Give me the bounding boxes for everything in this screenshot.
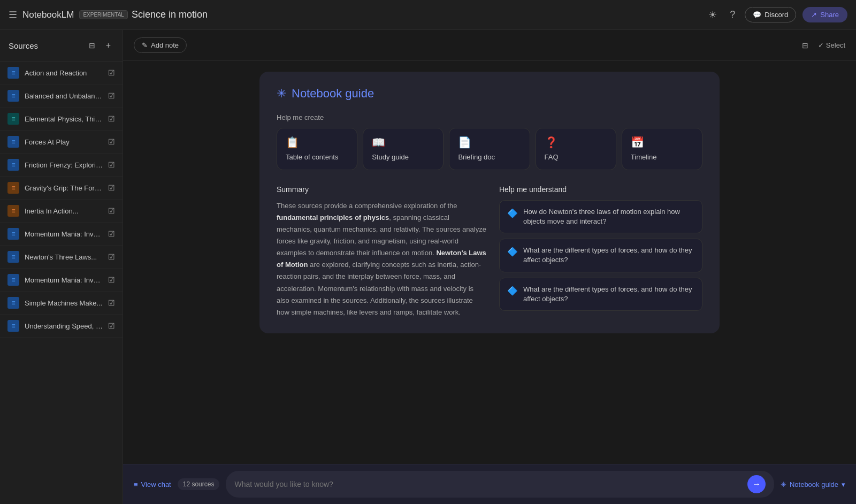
- chat-icon: ≡: [134, 480, 138, 488]
- notebook-guide-button[interactable]: ✳ Notebook guide ▾: [781, 480, 845, 488]
- logo-badge: EXPERIMENTAL: [79, 10, 128, 19]
- card-icon: 📄: [458, 136, 471, 149]
- source-icon: ≡: [7, 205, 19, 217]
- select-button[interactable]: ✓ Select: [818, 41, 845, 49]
- sidebar-item-gravitys-grip[interactable]: ≡ Gravity's Grip: The Force... ☑: [0, 177, 123, 200]
- sidebar-header: Sources ⊟ +: [0, 30, 123, 62]
- source-name: Friction Frenzy: Explorin...: [25, 161, 103, 169]
- chat-send-button[interactable]: →: [747, 475, 766, 493]
- summary-text-part: These sources provide a comprehensive ex…: [277, 202, 457, 210]
- notebook-guide-asterisk-icon: ✳: [781, 480, 786, 488]
- summary-text: These sources provide a comprehensive ex…: [277, 200, 486, 318]
- summary-text-part: are explored, clarifying concepts such a…: [277, 261, 481, 316]
- share-icon: ↗: [811, 11, 817, 19]
- chat-input[interactable]: [234, 480, 742, 488]
- sidebar-item-elemental-physics[interactable]: ≡ Elemental Physics, Third... ☑: [0, 108, 123, 131]
- add-note-button[interactable]: ✎ Add note: [134, 37, 187, 53]
- settings-icon[interactable]: ☀: [705, 6, 720, 24]
- check-icon: ☑: [108, 161, 115, 169]
- check-icon: ✓: [818, 41, 826, 49]
- source-icon: ≡: [7, 251, 19, 263]
- source-icon: ≡: [7, 297, 19, 309]
- source-icon: ≡: [7, 320, 19, 332]
- understand-card-icon: 🔷: [507, 246, 518, 258]
- share-button[interactable]: ↗ Share: [802, 7, 847, 22]
- understand-cards: 🔷 How do Newton's three laws of motion e…: [499, 200, 702, 311]
- add-source-icon[interactable]: +: [103, 37, 114, 54]
- create-card-table-of-contents[interactable]: 📋 Table of contents: [277, 128, 357, 170]
- create-card-study-guide[interactable]: 📖 Study guide: [363, 128, 444, 170]
- sidebar-item-understanding-speed[interactable]: ≡ Understanding Speed, Ve... ☑: [0, 315, 123, 338]
- create-card-faq[interactable]: ❓ FAQ: [536, 128, 616, 170]
- sidebar-item-balanced-unbalanced[interactable]: ≡ Balanced and Unbalance... ☑: [0, 85, 123, 108]
- check-icon: ☑: [108, 207, 115, 215]
- understand-card-understand-2[interactable]: 🔷 What are the different types of forces…: [499, 239, 702, 272]
- discord-button[interactable]: 💬 Discord: [745, 7, 796, 22]
- summary-title: Summary: [277, 185, 486, 194]
- sidebar: Sources ⊟ + ≡ Action and Reaction ☑ ≡ Ba…: [0, 30, 123, 504]
- sidebar-item-simple-machines[interactable]: ≡ Simple Machines Make... ☑: [0, 292, 123, 315]
- source-name: Balanced and Unbalance...: [25, 92, 103, 100]
- summary-bold: fundamental principles of physics: [277, 213, 389, 222]
- source-name: Gravity's Grip: The Force...: [25, 184, 103, 192]
- menu-icon[interactable]: ☰: [9, 9, 17, 21]
- understand-card-icon: 🔷: [507, 208, 518, 219]
- sidebar-item-friction-frenzy[interactable]: ≡ Friction Frenzy: Explorin... ☑: [0, 154, 123, 177]
- card-label: FAQ: [545, 153, 559, 162]
- create-card-timeline[interactable]: 📅 Timeline: [622, 128, 702, 170]
- sources-badge: 12 sources: [178, 478, 220, 490]
- card-icon: ❓: [545, 136, 558, 149]
- view-chat-button[interactable]: ≡ View chat: [134, 480, 171, 488]
- help-icon[interactable]: ?: [727, 6, 738, 24]
- source-name: Inertia In Action...: [25, 207, 103, 215]
- topbar-right: ☀ ? 💬 Discord ↗ Share: [705, 6, 847, 24]
- understand-card-text: What are the different types of forces, …: [523, 285, 694, 304]
- chat-bar: ≡ View chat 12 sources → ✳ Notebook guid…: [123, 464, 856, 504]
- source-name: Simple Machines Make...: [25, 299, 103, 307]
- source-name: Momentum Mania: Inves...: [25, 230, 103, 238]
- check-icon: ☑: [108, 184, 115, 192]
- filter-icon[interactable]: ⊟: [86, 37, 98, 54]
- logo: NotebookLM: [22, 10, 74, 20]
- sidebar-item-inertia-action[interactable]: ≡ Inertia In Action... ☑: [0, 200, 123, 223]
- card-label: Table of contents: [286, 153, 338, 162]
- sidebar-items: ≡ Action and Reaction ☑ ≡ Balanced and U…: [0, 62, 123, 504]
- chevron-down-icon: ▾: [842, 480, 845, 488]
- card-label: Study guide: [372, 153, 409, 162]
- understand-card-text: What are the different types of forces, …: [523, 246, 694, 265]
- source-icon: ≡: [7, 113, 19, 125]
- understand-card-text: How do Newton's three laws of motion exp…: [523, 207, 694, 226]
- check-icon: ☑: [108, 114, 115, 123]
- discord-icon: 💬: [753, 11, 761, 19]
- topbar: ☰ NotebookLM EXPERIMENTAL Science in mot…: [0, 0, 856, 30]
- card-label: Timeline: [631, 153, 657, 162]
- guide-panel: ✳ Notebook guide Help me create 📋 Table …: [259, 72, 720, 333]
- sidebar-header-icons: ⊟ +: [86, 37, 114, 54]
- sidebar-title: Sources: [9, 41, 38, 50]
- source-name: Understanding Speed, Ve...: [25, 322, 103, 330]
- source-icon: ≡: [7, 67, 19, 79]
- check-icon: ☑: [108, 138, 115, 146]
- create-cards: 📋 Table of contents 📖 Study guide 📄 Brie…: [277, 128, 702, 170]
- sidebar-item-action-reaction[interactable]: ≡ Action and Reaction ☑: [0, 62, 123, 85]
- content-topbar-right: ⊟ ✓ Select: [799, 38, 845, 53]
- check-icon: ☑: [108, 253, 115, 261]
- check-icon: ☑: [108, 91, 115, 100]
- chat-input-wrap: →: [226, 471, 774, 498]
- understand-card-icon: 🔷: [507, 285, 518, 297]
- sidebar-item-newtons-three-laws[interactable]: ≡ Newton's Three Laws... ☑: [0, 246, 123, 269]
- understand-title: Help me understand: [499, 185, 702, 194]
- sidebar-item-momentum-mania-1[interactable]: ≡ Momentum Mania: Inves... ☑: [0, 223, 123, 246]
- check-icon: ☑: [108, 68, 115, 77]
- add-note-icon: ✎: [142, 41, 148, 49]
- sidebar-item-forces-at-play[interactable]: ≡ Forces At Play ☑: [0, 131, 123, 154]
- topbar-left: ☰ NotebookLM EXPERIMENTAL: [9, 9, 132, 21]
- create-card-briefing-doc[interactable]: 📄 Briefing doc: [449, 128, 530, 170]
- bottom-section: Summary These sources provide a comprehe…: [277, 185, 702, 318]
- understand-card-understand-1[interactable]: 🔷 How do Newton's three laws of motion e…: [499, 200, 702, 233]
- sidebar-item-momentum-mania-2[interactable]: ≡ Momentum Mania: Inves... ☑: [0, 269, 123, 292]
- card-label: Briefing doc: [458, 153, 495, 162]
- understand-card-understand-3[interactable]: 🔷 What are the different types of forces…: [499, 278, 702, 311]
- source-icon: ≡: [7, 182, 19, 194]
- filter-notes-icon[interactable]: ⊟: [799, 38, 812, 53]
